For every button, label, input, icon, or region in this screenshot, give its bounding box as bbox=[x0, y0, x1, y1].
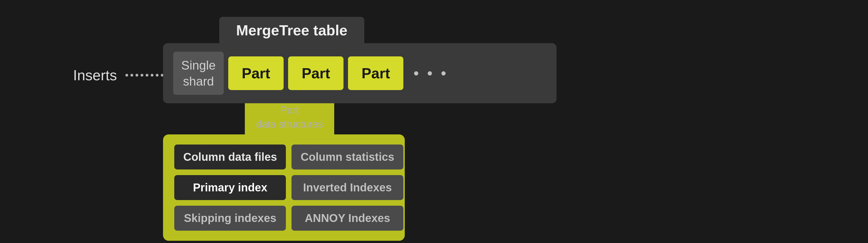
ds-inverted-indexes: Inverted Indexes bbox=[291, 175, 403, 200]
data-structures-box: Column data files Column statistics Prim… bbox=[163, 134, 405, 241]
ds-annoy-indexes: ANNOY Indexes bbox=[291, 206, 403, 231]
ds-primary-index: Primary index bbox=[174, 175, 286, 200]
dot bbox=[151, 74, 153, 77]
dot bbox=[130, 74, 133, 77]
mergetree-tab: MergeTree table bbox=[219, 17, 364, 44]
shard-box: Singleshard Part Part Part • • • bbox=[163, 43, 557, 103]
dot bbox=[135, 74, 138, 77]
ellipsis-dots: • • • bbox=[408, 65, 454, 82]
part-item-2: Part bbox=[288, 57, 343, 90]
dot bbox=[141, 74, 143, 77]
mergetree-title: MergeTree table bbox=[236, 22, 347, 38]
ds-skipping-indexes: Skipping indexes bbox=[174, 206, 286, 231]
inserts-label: Inserts bbox=[73, 67, 117, 83]
dot bbox=[125, 74, 128, 77]
part-data-label-line2: data structures bbox=[256, 117, 323, 131]
part-data-label-line1: Part bbox=[256, 103, 323, 117]
main-scene: Inserts MergeTre bbox=[0, 0, 868, 243]
ds-column-data-files: Column data files bbox=[174, 144, 286, 170]
dot bbox=[146, 74, 148, 77]
mergetree-container: MergeTree table Singleshard Part Part Pa… bbox=[163, 17, 557, 103]
dot bbox=[156, 74, 158, 77]
single-shard-label: Singleshard bbox=[173, 51, 224, 95]
ds-column-statistics: Column statistics bbox=[291, 144, 403, 170]
part-item-3: Part bbox=[348, 57, 403, 90]
part-item-1: Part bbox=[228, 57, 284, 90]
